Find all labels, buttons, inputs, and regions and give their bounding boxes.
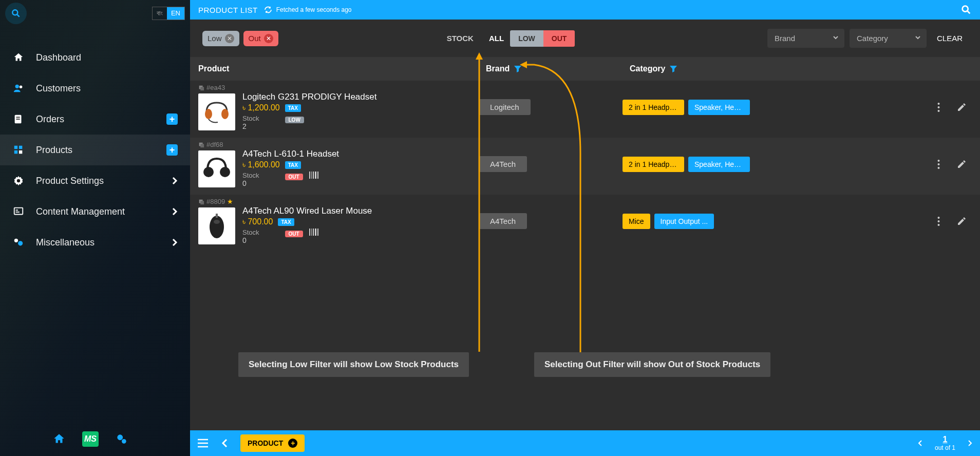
stock-status-badge: OUT [285,174,303,180]
svg-line-21 [968,11,970,14]
more-icon[interactable] [937,159,940,169]
svg-point-34 [938,163,940,165]
table-row[interactable]: #df68 A4Tech L-610-1 Headset ৳ 1,600.00 … [190,138,980,195]
category-pill[interactable]: 2 in 1 Headpho... [623,100,684,115]
pager-next[interactable] [968,440,973,447]
svg-rect-10 [19,150,22,154]
products-icon [12,144,25,156]
menu-icon[interactable] [197,439,209,448]
th-category[interactable]: Category [630,64,972,73]
stock-count: 0 [242,179,259,187]
category-pill[interactable]: Speaker, Head... [688,157,750,172]
product-id: #8809 ★ [198,198,233,205]
svg-point-27 [938,106,940,108]
more-icon[interactable] [937,216,940,226]
search-icon [960,4,972,15]
table-row[interactable]: #8809 ★ A4Tech AL90 Wired Laser Mouse ৳ … [190,195,980,252]
brand-dropdown[interactable]: Brand [767,29,844,48]
brand-cell: A4Tech [479,213,623,229]
svg-point-28 [938,110,940,112]
brand-pill[interactable]: A4Tech [479,213,527,229]
home-icon [12,51,25,64]
more-icon[interactable] [937,102,940,112]
active-filter-out[interactable]: Out ✕ [243,31,278,46]
product-id: #df68 [198,141,223,148]
category-pill[interactable]: Speaker, Head... [688,100,750,115]
category-pill[interactable]: 2 in 1 Headpho... [623,157,684,172]
lang-bn[interactable]: বাং [153,7,167,20]
category-dropdown[interactable]: Category [850,29,927,48]
barcode-icon [309,229,318,236]
nav-customers[interactable]: Customers [0,73,190,104]
home-shortcut[interactable] [51,431,67,447]
filter-row: Low ✕ Out ✕ STOCK ALL LOW OUT Brand Cate… [190,20,980,57]
customers-icon [12,82,25,94]
add-product-button[interactable]: PRODUCT + [240,434,305,452]
row-actions [937,216,967,226]
pager-prev[interactable] [917,440,922,447]
brand-pill[interactable]: Logitech [479,99,531,115]
product-info: Logitech G231 PRODIGY Headset ৳ 1,200.00… [242,92,479,130]
table-head: Product Brand Category [190,57,980,81]
product-thumbnail [198,207,235,244]
nav-dashboard[interactable]: Dashboard [0,42,190,73]
nav-miscellaneous[interactable]: Miscellaneous [0,227,190,258]
topbar: PRODUCT LIST Fetched a few seconds ago [190,0,980,20]
brand-pill[interactable]: A4Tech [479,156,527,172]
dropdown-label: Brand [775,34,795,43]
clear-button[interactable]: CLEAR [932,30,968,47]
edit-icon[interactable] [956,102,967,112]
sidebar-search-button[interactable] [5,3,27,24]
back-icon[interactable] [221,438,228,448]
nav-orders[interactable]: Orders + [0,104,190,135]
lang-en[interactable]: EN [167,7,184,20]
nav: Dashboard Customers Orders + Products + … [0,42,190,258]
copy-icon [198,142,204,148]
nav-label: Dashboard [36,52,81,63]
remove-filter-icon[interactable]: ✕ [264,34,273,43]
svg-rect-30 [200,144,204,147]
ms-badge[interactable]: MS [82,431,99,447]
table-row[interactable]: #ea43 Logitech G231 PRODIGY Headset ৳ 1,… [190,81,980,138]
remove-filter-icon[interactable]: ✕ [225,34,234,43]
stock-status-badge: OUT [285,231,303,237]
nav-product-settings[interactable]: Product Settings [0,165,190,196]
settings-shortcut[interactable] [114,431,129,447]
edit-icon[interactable] [956,216,967,226]
dropdown-label: Category [857,34,888,43]
stock-filter-low[interactable]: LOW [510,30,543,47]
products-add-button[interactable]: + [166,144,178,156]
svg-point-20 [963,6,968,12]
topbar-search-button[interactable] [960,4,972,15]
language-toggle: বাং EN [152,7,185,20]
edit-icon[interactable] [956,159,967,169]
active-filter-low[interactable]: Low ✕ [202,31,239,46]
category-cell: 2 in 1 Headpho... Speaker, Head... [623,157,937,172]
category-pill[interactable]: Input Output ... [654,214,714,229]
orders-icon [12,113,25,125]
chevron-right-icon [172,176,178,185]
chevron-down-icon [832,34,839,41]
svg-rect-15 [16,212,20,213]
page-number: 1 [935,435,955,444]
star-icon: ★ [227,198,233,205]
svg-point-26 [938,103,940,105]
stock-status-badge: LOW [285,117,304,123]
svg-point-39 [214,220,220,224]
stock-label: Stock [242,229,259,236]
nav-content-management[interactable]: Content Management [0,196,190,227]
refresh-status[interactable]: Fetched a few seconds ago [264,6,352,14]
product-name: A4Tech AL90 Wired Laser Mouse [242,206,479,216]
nav-products[interactable]: Products + [0,135,190,165]
th-brand[interactable]: Brand [486,64,630,73]
stock-filter-out[interactable]: OUT [543,30,575,47]
chip-label: Low [208,34,222,43]
stock-filter-all[interactable]: ALL [483,30,510,47]
orders-add-button[interactable]: + [166,113,178,125]
product-thumbnail [198,150,235,187]
bottombar: PRODUCT + 1 out of 1 [190,430,980,456]
category-pill[interactable]: Mice [623,214,650,229]
category-cell: 2 in 1 Headpho... Speaker, Head... [623,100,937,115]
svg-rect-9 [14,150,17,154]
sidebar: বাং EN Dashboard Customers Orders + Prod… [0,0,190,456]
